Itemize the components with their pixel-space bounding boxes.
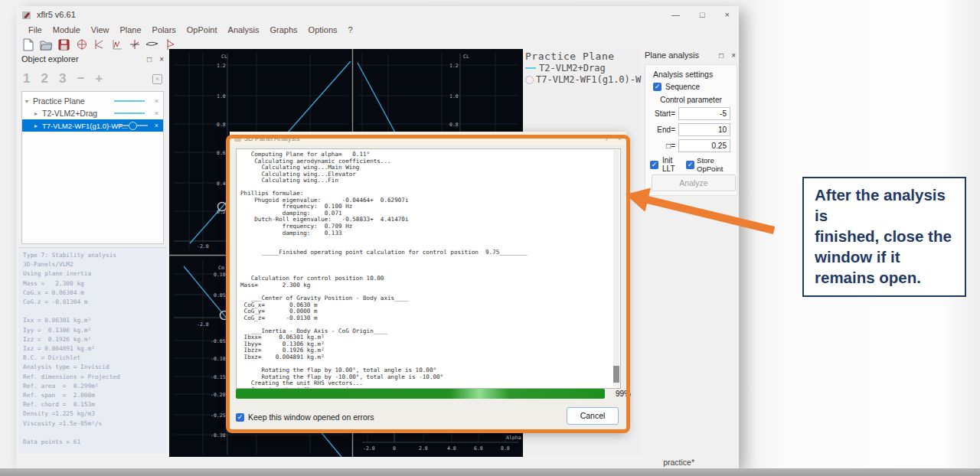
tick: 0.05: [214, 292, 226, 298]
save-file-icon[interactable]: [57, 37, 71, 51]
oppoint-crosshair-icon[interactable]: [127, 37, 142, 51]
tree-row-plane[interactable]: ▾ Practice Plane ×: [22, 95, 163, 107]
annotation-line: finished, close the: [815, 226, 960, 246]
open-file-icon[interactable]: [39, 37, 54, 51]
polar-graph-icon[interactable]: [109, 37, 124, 51]
tick: -0.05: [211, 338, 226, 344]
tick: -0.15: [211, 374, 226, 380]
keep-open-checkbox[interactable]: ✓: [236, 413, 244, 422]
tick: 1.2: [449, 63, 459, 69]
foil-icon[interactable]: [145, 37, 159, 51]
tree-label-plane[interactable]: Practice Plane: [33, 96, 85, 106]
store-oppoint-checkbox[interactable]: ✓: [686, 161, 694, 169]
dock-close-icon[interactable]: ×: [159, 55, 164, 64]
end-input[interactable]: 10: [678, 123, 730, 136]
menu-module[interactable]: Module: [47, 25, 86, 34]
graph-tr-ylabel: CL: [463, 54, 469, 60]
tick: 1.2: [217, 63, 226, 69]
menu-help[interactable]: ?: [343, 25, 358, 34]
delete-row-icon[interactable]: ×: [155, 122, 158, 129]
sequence-checkbox[interactable]: ✓: [653, 83, 662, 91]
tick: 0.2: [217, 209, 226, 215]
menu-view[interactable]: View: [86, 25, 115, 34]
tick: 6.0: [474, 445, 483, 452]
project-name: practice*: [663, 458, 694, 467]
tick: 0.10: [214, 272, 226, 278]
dock-close-icon[interactable]: ×: [731, 51, 736, 60]
dialog-title: 3D Panel Analysis: [244, 135, 300, 142]
filter-box-icon[interactable]: ×: [152, 74, 162, 84]
scrollbar-track[interactable]: [613, 150, 619, 386]
caret-right-icon[interactable]: ▸: [34, 110, 42, 117]
plane-axes-icon[interactable]: [74, 37, 89, 51]
tick: -2.0: [197, 243, 209, 249]
collapse-button[interactable]: −: [77, 71, 84, 86]
curve-swatch-line: [113, 100, 146, 102]
init-llt-checkbox[interactable]: ✓: [650, 161, 658, 169]
minimize-button[interactable]: —: [671, 10, 680, 19]
progress-percent: 99%: [616, 390, 631, 398]
tick: 0.4: [217, 181, 226, 187]
expand-button[interactable]: +: [95, 71, 103, 86]
delete-row-icon[interactable]: ×: [155, 109, 158, 117]
tick: -0.10: [211, 356, 226, 362]
sequence-label[interactable]: Sequence: [665, 83, 700, 91]
close-button[interactable]: ×: [725, 10, 730, 19]
wing-curve-icon[interactable]: [92, 37, 106, 51]
menu-graphs[interactable]: Graphs: [265, 25, 303, 34]
scrollbar-thumb[interactable]: [613, 366, 619, 383]
graph-br-xlabel: Alpha: [506, 435, 521, 441]
tick: -0.25: [211, 412, 226, 419]
plane-tree: ▾ Practice Plane × ▸ T2-VLM2+Drag × ▸ T7…: [21, 91, 164, 244]
object-explorer-title: Object explorer: [21, 54, 79, 64]
caret-down-icon[interactable]: ▾: [25, 98, 33, 105]
control-parameter-label: Control parameter: [645, 96, 737, 104]
annotation-line: After the analysis is: [815, 184, 960, 226]
legend-item-t7[interactable]: T7-VLM2-WF1(g1.0)-W: [525, 74, 641, 85]
menu-options[interactable]: Options: [303, 25, 343, 34]
menu-plane[interactable]: Plane: [114, 25, 146, 34]
plane-analysis-title: Plane analysis: [645, 51, 699, 60]
annotation-line: window if it: [815, 246, 960, 267]
object-explorer-panel: Object explorer □ × 1 2 3 − + × ▾ Practi…: [18, 53, 167, 453]
view-3-button[interactable]: 3: [59, 71, 66, 86]
tree-row-polar-t7-selected[interactable]: ▸ T7-VLM2-WF1(g1.0)-WF... ×: [22, 119, 163, 132]
dialog-close-icon[interactable]: ×: [618, 135, 622, 142]
view-1-button[interactable]: 1: [23, 71, 30, 86]
start-input[interactable]: -5: [678, 107, 730, 120]
menu-analysis[interactable]: Analysis: [223, 25, 265, 34]
new-file-icon[interactable]: [21, 37, 36, 51]
menu-oppoint[interactable]: OpPoint: [181, 25, 223, 34]
status-bar: practice*: [16, 457, 739, 468]
menu-polars[interactable]: Polars: [147, 25, 181, 34]
tick: -2.0: [197, 321, 209, 328]
polar-legend: Practice Plane T2-VLM2+Drag T7-VLM2-WF1(…: [525, 51, 641, 85]
tree-label-polar-t2[interactable]: T2-VLM2+Drag: [42, 109, 97, 118]
menu-file[interactable]: File: [23, 25, 47, 34]
dock-float-icon[interactable]: □: [147, 55, 152, 64]
tick: 0.6: [217, 150, 226, 156]
delta-input[interactable]: 0.25: [678, 139, 730, 152]
keep-open-label[interactable]: Keep this window opened on errors: [248, 412, 374, 422]
tick: -0.30: [211, 432, 226, 439]
view-2-button[interactable]: 2: [41, 71, 47, 86]
tick: -0.20: [211, 392, 226, 398]
maximize-button[interactable]: □: [700, 10, 705, 19]
dialog-help-icon[interactable]: ?: [605, 135, 609, 142]
analysis-log[interactable]: Computing Plane for alpha= 0.11° Calcula…: [236, 148, 621, 389]
graph-bl-ylabel: Cm: [218, 265, 224, 271]
tick: 0.8: [217, 122, 226, 128]
curve-line-icon: [525, 67, 536, 69]
dialog-title-bar[interactable]: 3D Panel Analysis ? ×: [230, 132, 626, 145]
curve-swatch-line: [113, 112, 146, 114]
cancel-button[interactable]: Cancel: [567, 407, 619, 425]
tree-row-polar-t2[interactable]: ▸ T2-VLM2+Drag ×: [22, 107, 163, 119]
taskbar-edge: [0, 468, 980, 476]
legend-item-t2[interactable]: T2-VLM2+Drag: [525, 63, 641, 73]
analysis-info-panel: Type 7: Stability analysis 3D-Panels/VLM…: [18, 247, 167, 454]
tick: -2.0: [363, 445, 375, 452]
analysis-info-text: Type 7: Stability analysis 3D-Panels/VLM…: [23, 251, 167, 475]
dock-float-icon[interactable]: □: [719, 51, 724, 60]
caret-right-icon[interactable]: ▸: [34, 122, 42, 129]
delete-row-icon[interactable]: ×: [155, 97, 158, 105]
